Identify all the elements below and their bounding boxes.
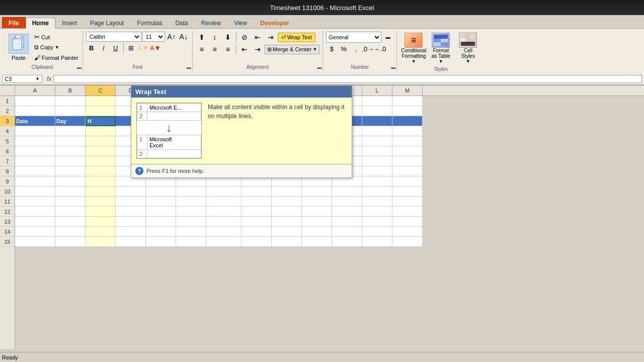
align-center-button[interactable]: ≡: [209, 44, 221, 55]
status-bar: Ready: [0, 352, 644, 362]
tab-insert[interactable]: Insert: [55, 17, 84, 28]
row-num-15[interactable]: 15: [0, 237, 15, 247]
tab-developer[interactable]: Developer: [254, 17, 296, 28]
indent-increase-button[interactable]: ⇥: [265, 32, 277, 43]
decrease-font-button[interactable]: A↓: [178, 32, 189, 42]
italic-button[interactable]: I: [98, 43, 109, 53]
row-num-3[interactable]: 3: [0, 116, 15, 126]
tab-file[interactable]: File: [2, 17, 26, 28]
align-top-button[interactable]: ⬆: [196, 32, 208, 43]
row-num-13[interactable]: 13: [0, 217, 15, 227]
name-box-dropdown[interactable]: ▼: [35, 76, 40, 81]
clipboard-expand-icon[interactable]: ▬: [77, 65, 82, 70]
wrap-text-button[interactable]: ⏎ Wrap Text: [278, 33, 315, 42]
comma-button[interactable]: ,: [350, 44, 361, 54]
font-divider: [123, 43, 124, 53]
table-row: [15, 217, 644, 227]
cell-m2[interactable]: [392, 106, 423, 116]
cell-a2[interactable]: [15, 106, 55, 116]
name-box[interactable]: C3 ▼: [2, 75, 42, 83]
cell-c1[interactable]: [86, 96, 116, 106]
alignment-expand-icon[interactable]: ▬: [317, 65, 321, 70]
conditional-formatting-button[interactable]: ≡ ConditionalFormatting ▼: [400, 32, 427, 65]
row-num-1[interactable]: 1: [0, 96, 15, 106]
number-expand-icon[interactable]: ▬: [391, 65, 395, 70]
col-header-m[interactable]: M: [392, 85, 423, 96]
svg-rect-12: [465, 38, 470, 42]
col-header-l[interactable]: L: [362, 85, 392, 96]
decrease-indent-button[interactable]: ⇤: [238, 44, 251, 55]
increase-font-button[interactable]: A↑: [166, 32, 177, 42]
increase-decimal-button[interactable]: ←.0: [374, 44, 385, 54]
number-expand-button[interactable]: ▬: [382, 32, 393, 42]
underline-button[interactable]: U: [110, 43, 121, 53]
align-left-button[interactable]: ≡: [196, 44, 208, 55]
row-num-10[interactable]: 10: [0, 187, 15, 197]
indent-decrease-button[interactable]: ⇤: [252, 32, 264, 43]
cell-a1[interactable]: [15, 96, 55, 106]
percent-button[interactable]: %: [338, 44, 349, 54]
increase-indent-button[interactable]: ⇥: [252, 44, 264, 55]
cell-m1[interactable]: [392, 96, 423, 106]
row-num-12[interactable]: 12: [0, 207, 15, 217]
font-size-select[interactable]: 11: [142, 32, 165, 42]
font-color-button[interactable]: A▼: [150, 43, 161, 53]
col-header-c[interactable]: C: [86, 85, 116, 96]
border-button[interactable]: ⊞: [126, 43, 137, 53]
col-header-b[interactable]: B: [55, 85, 86, 96]
align-right-button[interactable]: ≡: [222, 44, 234, 55]
paste-button[interactable]: Paste: [5, 32, 32, 63]
row-num-11[interactable]: 11: [0, 197, 15, 207]
align-middle-button[interactable]: ↕: [209, 32, 221, 43]
cell-c3[interactable]: H: [86, 116, 116, 126]
cell-l1[interactable]: [362, 96, 392, 106]
tab-page-layout[interactable]: Page Layout: [84, 17, 130, 28]
corner-cell: [0, 85, 15, 96]
cut-button[interactable]: ✂ Cut: [33, 33, 79, 41]
formula-input[interactable]: [53, 75, 642, 83]
text-direction-button[interactable]: ⊘: [238, 32, 251, 43]
cell-a3[interactable]: Date: [15, 116, 55, 126]
font-expand-icon[interactable]: ▬: [187, 65, 191, 70]
cell-styles-button[interactable]: CellStyles ▼: [454, 32, 481, 65]
tooltip-body: 1 Microsoft E... 2 ↓ 1 MicrosoftExcel 2: [131, 98, 352, 164]
cell-b1[interactable]: [55, 96, 86, 106]
currency-button[interactable]: $: [326, 44, 337, 54]
row-num-14[interactable]: 14: [0, 227, 15, 237]
align-bottom-button[interactable]: ⬇: [222, 32, 234, 43]
fill-color-button[interactable]: A▼: [138, 43, 149, 53]
font-name-select[interactable]: Calibri: [86, 32, 141, 42]
tab-formulas[interactable]: Formulas: [130, 17, 169, 28]
cell-m3[interactable]: [392, 116, 423, 126]
cell-styles-dropdown: ▼: [466, 59, 470, 64]
number-format-select[interactable]: General: [326, 32, 381, 43]
number-group-label: Number: [323, 64, 396, 70]
tab-home[interactable]: Home: [26, 18, 55, 29]
row-num-8[interactable]: 8: [0, 166, 15, 176]
cell-l2[interactable]: [362, 106, 392, 116]
row-num-4[interactable]: 4: [0, 126, 15, 136]
row-numbers: 1 2 3 4 5 6 7 8 9 10 11 12 13 14 15: [0, 96, 15, 349]
format-painter-button[interactable]: 🖌 Format Painter: [33, 54, 79, 62]
format-as-table-button[interactable]: Formatas Table ▼: [427, 32, 454, 65]
tab-view[interactable]: View: [227, 17, 254, 28]
cell-c2[interactable]: [86, 106, 116, 116]
copy-button[interactable]: ⧉ Copy ▼: [33, 43, 79, 51]
formula-bar: C3 ▼ fx: [0, 73, 644, 85]
tab-review[interactable]: Review: [195, 17, 227, 28]
cell-l3[interactable]: [362, 116, 392, 126]
cell-reference: C3: [5, 76, 12, 82]
decrease-decimal-button[interactable]: .0→: [362, 44, 373, 54]
bold-button[interactable]: B: [86, 43, 97, 53]
tab-data[interactable]: Data: [169, 17, 194, 28]
cell-b3[interactable]: Day: [55, 116, 86, 126]
col-header-a[interactable]: A: [15, 85, 55, 96]
cell-b2[interactable]: [55, 106, 86, 116]
row-num-2[interactable]: 2: [0, 106, 15, 116]
row-num-5[interactable]: 5: [0, 136, 15, 146]
row-num-6[interactable]: 6: [0, 146, 15, 156]
merge-center-button[interactable]: ⊞ Merge & Center ▼: [265, 45, 320, 54]
row-num-9[interactable]: 9: [0, 176, 15, 187]
format-as-table-icon: [432, 33, 450, 48]
row-num-7[interactable]: 7: [0, 156, 15, 166]
